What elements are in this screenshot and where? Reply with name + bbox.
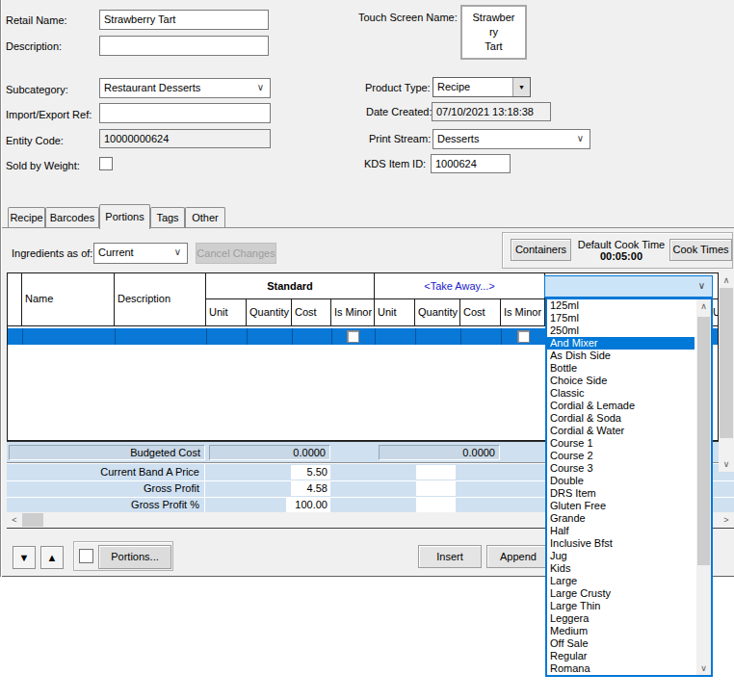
scroll-up-icon[interactable]: ∧ <box>696 299 711 313</box>
portion-type-list[interactable]: 125ml175ml250mlAnd MixerAs Dish SideBott… <box>545 298 713 677</box>
append-button[interactable]: Append <box>486 545 550 568</box>
dropdown-item[interactable]: Kids <box>547 562 695 575</box>
retail-name-label: Retail Name: <box>6 14 67 26</box>
dropdown-item[interactable]: Course 1 <box>547 437 695 450</box>
scroll-left-icon[interactable]: < <box>7 513 22 527</box>
product-type-select[interactable]: Recipe ▼ <box>433 77 531 97</box>
dropdown-item[interactable]: Course 3 <box>547 462 695 475</box>
dropdown-item[interactable]: Course 2 <box>547 450 695 462</box>
dropdown-item[interactable]: Cordial & Soda <box>547 412 695 425</box>
dropdown-item[interactable]: Half <box>547 525 695 537</box>
dropdown-scrollbar[interactable]: ∧ ∨ <box>696 299 711 675</box>
standard-unit-header[interactable]: Unit <box>206 299 247 326</box>
row-separator <box>460 328 461 345</box>
dropdown-item[interactable]: Large Thin <box>547 600 695 612</box>
import-export-input[interactable] <box>99 103 271 123</box>
sold-by-weight-checkbox[interactable] <box>99 157 113 170</box>
scroll-right-icon[interactable]: > <box>719 513 734 527</box>
row-separator <box>22 328 23 345</box>
row-separator <box>375 328 376 345</box>
tab-other[interactable]: Other <box>185 207 225 228</box>
row-separator <box>206 328 207 345</box>
dropdown-item[interactable]: Off Sale <box>547 637 695 650</box>
combo-arrow-icon[interactable]: ▼ <box>512 78 530 96</box>
standard-group-header[interactable]: Standard <box>206 273 375 299</box>
gross-profit-pct-takeaway[interactable] <box>416 498 456 512</box>
dropdown-item[interactable]: Large Crusty <box>547 587 695 600</box>
ingredients-as-of-value: Current <box>98 246 134 258</box>
dropdown-item[interactable]: 175ml <box>547 312 695 324</box>
portion-type-combobox[interactable]: ∨ <box>544 275 713 298</box>
horizontal-scroll-thumb[interactable] <box>22 513 43 527</box>
dropdown-item[interactable]: Cordial & Lemade <box>547 400 695 412</box>
dropdown-scroll-thumb[interactable] <box>697 317 710 565</box>
retail-name-input[interactable]: Strawberry Tart <box>99 10 269 30</box>
gross-profit-pct-standard[interactable]: 100.00 <box>286 498 330 512</box>
ingredients-as-of-select[interactable]: Current ∨ <box>93 243 188 264</box>
entity-code-label: Entity Code: <box>6 135 64 146</box>
dropdown-item[interactable]: Large <box>547 575 695 587</box>
dropdown-item[interactable]: Bottle <box>547 362 695 375</box>
cook-times-button[interactable]: Cook Times <box>669 239 732 261</box>
dropdown-item[interactable]: Leggera <box>547 612 695 625</box>
cancel-changes-button: Cancel Changes <box>196 243 276 264</box>
portions-button[interactable]: Portions... <box>98 545 171 569</box>
takeaway-quantity-header[interactable]: Quantity <box>415 299 460 326</box>
band-price-standard[interactable]: 5.50 <box>291 465 330 480</box>
standard-is-minor-checkbox[interactable] <box>347 330 359 343</box>
dropdown-item[interactable]: Regular <box>547 650 695 662</box>
takeaway-is-minor-checkbox[interactable] <box>517 330 530 343</box>
takeaway-is-minor-header[interactable]: Is Minor <box>501 299 545 326</box>
subcategory-value: Restaurant Desserts <box>104 82 200 93</box>
product-type-label: Product Type: <box>365 82 431 93</box>
scroll-down-icon[interactable]: ∨ <box>719 457 734 471</box>
description-column-header[interactable]: Description <box>115 273 206 326</box>
description-input[interactable] <box>99 36 269 56</box>
dropdown-item[interactable]: Classic <box>547 387 695 400</box>
insert-button[interactable]: Insert <box>418 545 482 568</box>
grid-vertical-scrollbar[interactable]: ∧ ∨ <box>719 272 734 472</box>
dropdown-item[interactable]: As Dish Side <box>547 350 695 362</box>
default-cook-time-label: Default Cook Time <box>575 239 668 250</box>
dropdown-item[interactable]: Choice Side <box>547 375 695 387</box>
containers-button[interactable]: Containers <box>511 239 571 261</box>
takeaway-unit-header[interactable]: Unit <box>375 299 415 326</box>
band-price-takeaway[interactable] <box>416 465 456 480</box>
row-separator <box>415 328 416 345</box>
scroll-down-icon[interactable]: ∨ <box>696 661 711 675</box>
subcategory-select[interactable]: Restaurant Desserts ∨ <box>99 78 271 98</box>
tab-tags[interactable]: Tags <box>150 207 185 228</box>
dropdown-item[interactable]: Romana <box>547 662 695 675</box>
dropdown-item[interactable]: Medium <box>547 625 695 637</box>
dropdown-item[interactable]: Cordial & Water <box>547 425 695 437</box>
portions-checkbox[interactable] <box>79 549 93 563</box>
chevron-down-icon: ∨ <box>577 133 584 143</box>
kds-item-id-input[interactable]: 1000624 <box>431 154 511 173</box>
move-up-button[interactable]: ▲ <box>40 546 64 569</box>
standard-cost-header[interactable]: Cost <box>292 299 331 326</box>
standard-is-minor-header[interactable]: Is Minor <box>331 299 375 326</box>
dropdown-item[interactable]: And Mixer <box>547 337 695 350</box>
tab-portions[interactable]: Portions <box>99 204 150 229</box>
gross-profit-standard[interactable]: 4.58 <box>291 481 330 496</box>
takeaway-cost-header[interactable]: Cost <box>460 299 501 326</box>
move-down-button[interactable]: ▼ <box>13 546 36 569</box>
dropdown-item[interactable]: Gluten Free <box>547 500 695 512</box>
dropdown-item[interactable]: 250ml <box>547 324 695 337</box>
dropdown-item[interactable]: Inclusive Bfst <box>547 537 695 550</box>
dropdown-item[interactable]: Double <box>547 475 695 487</box>
dropdown-item[interactable]: 125ml <box>547 299 695 312</box>
dropdown-item[interactable]: Grande <box>547 512 695 525</box>
name-column-header[interactable]: Name <box>22 273 115 326</box>
dropdown-item[interactable]: Jug <box>547 550 695 562</box>
tab-recipe[interactable]: Recipe <box>8 207 45 228</box>
dropdown-item[interactable]: DRS Item <box>547 487 695 500</box>
standard-quantity-header[interactable]: Quantity <box>247 299 292 326</box>
gross-profit-takeaway[interactable] <box>416 481 456 496</box>
take-away-group-header[interactable]: <Take Away...> <box>375 273 545 299</box>
print-stream-select[interactable]: Desserts ∨ <box>433 129 590 149</box>
touch-screen-name-box[interactable]: Strawber ry Tart <box>460 5 527 60</box>
vertical-scroll-thumb[interactable] <box>720 288 733 438</box>
scroll-up-icon[interactable]: ∧ <box>719 273 734 287</box>
tab-barcodes[interactable]: Barcodes <box>45 207 99 228</box>
